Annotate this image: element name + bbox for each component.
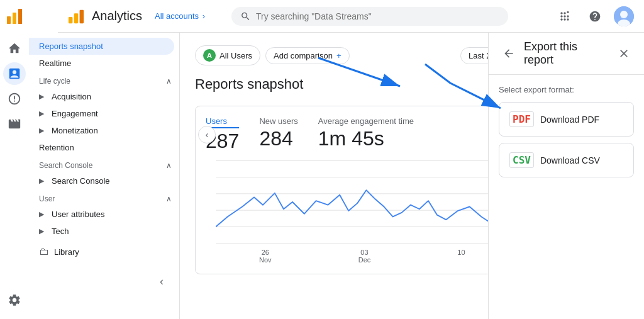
advertising-nav-icon[interactable] — [3, 113, 26, 135]
sidebar-item-reports-snapshot[interactable]: Reports snapshot — [29, 38, 174, 55]
arrow-icon: ▶ — [39, 227, 44, 235]
sidebar: Reports snapshot Realtime Life cycle ∧ ▶… — [29, 33, 180, 319]
folder-icon: 🗀 — [39, 246, 49, 257]
new-users-value: 284 — [259, 127, 297, 150]
new-users-label[interactable]: New users — [259, 116, 297, 126]
all-users-icon: A — [203, 49, 216, 62]
x-label-1: 03 Dec — [358, 249, 371, 264]
x-label-0: 26 Nov — [259, 249, 272, 264]
analytics-logo — [68, 8, 84, 25]
report-title: Reports snapshot — [195, 76, 516, 92]
lifecycle-header[interactable]: Life cycle ∧ — [29, 72, 179, 88]
help-button[interactable] — [584, 5, 606, 28]
sidebar-item-tech[interactable]: ▶ Tech — [29, 223, 174, 240]
export-format-label: Select export format: — [499, 85, 634, 94]
search-console-header[interactable]: Search Console ∧ — [29, 156, 179, 172]
arrow-icon: ▶ — [39, 177, 44, 185]
arrow-icon: ▶ — [39, 92, 44, 101]
realtime-label: Realtime — [39, 59, 71, 68]
explore-nav-icon[interactable] — [3, 87, 26, 110]
search-bar[interactable] — [231, 7, 508, 26]
avg-engagement-label[interactable]: Average engagement time — [318, 116, 414, 126]
user-header[interactable]: User ∧ — [29, 189, 179, 206]
svg-rect-8 — [80, 9, 84, 23]
all-users-chip[interactable]: A All Users — [195, 45, 260, 65]
add-comparison-chip[interactable]: Add comparison + — [265, 47, 350, 64]
collapse-sidebar-button[interactable]: ‹ — [152, 271, 172, 291]
icon-rail — [0, 0, 29, 319]
topbar-right — [553, 5, 634, 28]
svg-rect-4 — [13, 13, 16, 24]
arrow-icon: ▶ — [39, 126, 44, 135]
pdf-icon: PDF — [509, 111, 534, 127]
sidebar-item-engagement[interactable]: ▶ Engagement — [29, 105, 174, 122]
svg-point-10 — [620, 11, 628, 18]
svg-rect-3 — [7, 16, 11, 24]
svg-rect-6 — [69, 16, 73, 23]
export-body: Select export format: PDF Download PDF C… — [489, 75, 644, 194]
user-avatar[interactable] — [614, 6, 634, 26]
download-csv-option[interactable]: CSV Download CSV — [499, 143, 634, 177]
reports-nav-icon[interactable] — [3, 62, 26, 85]
arrow-icon: ▶ — [39, 210, 44, 218]
arrow-icon: ▶ — [39, 109, 44, 118]
avg-engagement-value: 1m 45s — [318, 127, 414, 150]
svg-rect-5 — [18, 9, 22, 24]
plus-icon: + — [336, 51, 341, 60]
x-label-2: 10 — [457, 249, 465, 264]
avg-engagement-stat: Average engagement time 1m 45s — [318, 116, 414, 150]
sidebar-item-monetization[interactable]: ▶ Monetization — [29, 122, 174, 139]
app-logo — [6, 8, 23, 27]
svg-rect-7 — [74, 13, 79, 23]
csv-icon: CSV — [509, 152, 534, 168]
main-wrap: A All Users Add comparison + Last 28 day… — [180, 33, 644, 319]
new-users-stat: New users 284 — [259, 116, 297, 150]
home-nav-icon[interactable] — [3, 37, 26, 60]
sidebar-item-acquisition[interactable]: ▶ Acquisition — [29, 88, 174, 105]
download-pdf-option[interactable]: PDF Download PDF — [499, 102, 634, 137]
topbar: Analytics All accounts › — [58, 0, 644, 33]
export-close-button[interactable] — [614, 43, 634, 64]
export-title: Export this report — [524, 40, 609, 67]
sidebar-item-library[interactable]: 🗀 Library — [29, 242, 174, 261]
search-icon — [240, 11, 251, 22]
sidebar-item-realtime[interactable]: Realtime — [29, 55, 174, 72]
sidebar-item-search-console[interactable]: ▶ Search Console — [29, 172, 174, 189]
app-name: Analytics — [92, 9, 142, 23]
prev-arrow[interactable]: ‹ — [198, 126, 216, 143]
accounts-link[interactable]: All accounts › — [155, 11, 205, 21]
line-chart — [216, 158, 505, 246]
settings-nav-icon[interactable] — [3, 289, 26, 311]
content-wrap: Reports snapshot Realtime Life cycle ∧ ▶… — [29, 33, 644, 319]
sidebar-item-user-attributes[interactable]: ▶ User attributes — [29, 206, 174, 223]
export-back-button[interactable] — [499, 43, 519, 64]
reports-snapshot-label: Reports snapshot — [39, 42, 103, 51]
grid-menu-button[interactable] — [553, 5, 576, 28]
sidebar-item-retention[interactable]: Retention — [29, 139, 174, 156]
export-header: Export this report — [489, 33, 644, 75]
search-input[interactable] — [256, 11, 499, 21]
export-panel: Export this report Select export format:… — [488, 33, 644, 319]
